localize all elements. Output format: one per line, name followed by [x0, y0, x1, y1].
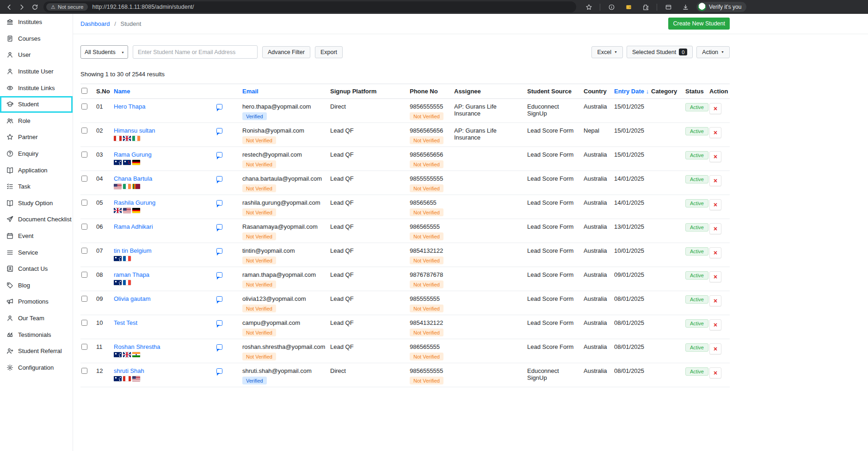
sidebar-item-blog[interactable]: Blog [0, 277, 73, 294]
row-checkbox[interactable] [81, 128, 87, 134]
create-new-student-button[interactable]: Create New Student [668, 18, 730, 30]
delete-button[interactable]: × [709, 367, 721, 378]
country: Australia [584, 295, 607, 302]
row-checkbox[interactable] [81, 152, 87, 158]
sidebar-item-student[interactable]: Student [0, 96, 73, 113]
delete-button[interactable]: × [709, 127, 721, 138]
student-name-link[interactable]: Roshan Shrestha [114, 343, 160, 350]
sidebar-item-role[interactable]: Role [0, 113, 73, 129]
sidebar-item-institutes[interactable]: Institutes [0, 14, 73, 30]
student-name-link[interactable]: Rama Gurung [114, 151, 152, 158]
delete-button[interactable]: × [709, 103, 721, 114]
comment-icon[interactable] [216, 296, 222, 302]
megaphone-icon [6, 298, 14, 305]
sidebar-item-contact-us[interactable]: Contact Us [0, 261, 73, 277]
selected-student-button[interactable]: Selected Student0 [627, 46, 693, 58]
student-name-link[interactable]: tin tin Belgium [114, 247, 152, 254]
student-name-link[interactable]: Himansu sultan [114, 127, 155, 134]
row-sno: 02 [96, 127, 103, 134]
row-checkbox[interactable] [81, 224, 87, 230]
delete-button[interactable]: × [709, 175, 721, 186]
column-header-email[interactable]: Email [242, 84, 330, 99]
delete-button[interactable]: × [709, 319, 721, 330]
student-name-link[interactable]: Olivia gautam [114, 295, 150, 302]
student-name-link[interactable]: Chana Bartula [114, 175, 152, 182]
sidebar-item-study-option[interactable]: Study Option [0, 195, 73, 212]
student-name-link[interactable]: Test Test [114, 319, 137, 326]
address-bar[interactable]: ⚠ Not secure http://192.168.1.11:8085/ad… [43, 1, 576, 12]
sidebar-item-our-team[interactable]: Our Team [0, 310, 73, 327]
row-checkbox[interactable] [81, 104, 87, 110]
bookmark-star-icon[interactable] [583, 1, 595, 12]
student-row: 11Roshan Shrestharoshan.shrestha@yopmail… [80, 339, 730, 363]
comment-icon[interactable] [216, 152, 222, 158]
sidebar-item-courses[interactable]: Courses [0, 30, 73, 47]
extensions-icon[interactable] [640, 1, 652, 12]
tab-groups-icon[interactable] [662, 1, 674, 12]
comment-icon[interactable] [216, 224, 222, 230]
sidebar-item-testimonials[interactable]: Testimonials [0, 326, 73, 343]
student-name-link[interactable]: Hero Thapa [114, 103, 145, 110]
delete-button[interactable]: × [709, 223, 721, 234]
excel-dropdown-button[interactable]: Excel▼ [591, 46, 623, 58]
comment-icon[interactable] [216, 368, 222, 374]
student-name-link[interactable]: shruti Shah [114, 367, 144, 374]
student-name-link[interactable]: Rama Adhikari [114, 223, 153, 230]
row-checkbox[interactable] [81, 368, 87, 374]
student-name-link[interactable]: raman Thapa [114, 271, 149, 278]
sidebar-item-document-checklist[interactable]: Document Checklist [0, 211, 73, 228]
sidebar-item-partner[interactable]: Partner [0, 129, 73, 146]
sidebar-item-task[interactable]: Task [0, 178, 73, 195]
delete-button[interactable]: × [709, 271, 721, 282]
action-dropdown-button[interactable]: Action▼ [696, 46, 730, 58]
comment-icon[interactable] [216, 176, 222, 182]
back-icon[interactable] [3, 1, 15, 12]
select-all-checkbox[interactable] [81, 88, 87, 94]
breadcrumb-dashboard-link[interactable]: Dashboard [80, 20, 110, 27]
comment-icon[interactable] [216, 320, 222, 326]
downloads-icon[interactable] [679, 1, 691, 12]
row-checkbox[interactable] [81, 200, 87, 206]
sidebar-item-user[interactable]: User [0, 47, 73, 63]
info-icon[interactable] [605, 1, 617, 12]
sidebar-item-institute-links[interactable]: Institute Links [0, 79, 73, 96]
student-row: 07tin tin Belgiumtintin@yopmail.comNot V… [80, 243, 730, 267]
column-header-entry-date[interactable]: Entry Date ↓ [614, 84, 651, 99]
column-header-name[interactable]: Name [114, 84, 216, 99]
delete-button[interactable]: × [709, 343, 721, 354]
export-button[interactable]: Export [315, 46, 343, 58]
student-name-link[interactable]: Rashila Gurung [114, 199, 155, 206]
security-badge[interactable]: ⚠ Not secure [46, 3, 88, 11]
sidebar-item-institute-user[interactable]: Institute User [0, 63, 73, 80]
sidebar-item-enquiry[interactable]: Enquiry [0, 146, 73, 162]
row-checkbox[interactable] [81, 272, 87, 278]
sidebar-item-event[interactable]: Event [0, 228, 73, 244]
row-checkbox[interactable] [81, 296, 87, 302]
forward-icon[interactable] [16, 1, 28, 12]
sidebar-item-promotions[interactable]: Promotions [0, 293, 73, 310]
delete-button[interactable]: × [709, 199, 721, 210]
row-checkbox[interactable] [81, 344, 87, 350]
comment-icon[interactable] [216, 128, 222, 134]
comment-icon[interactable] [216, 272, 222, 278]
sidebar-item-application[interactable]: Application [0, 162, 73, 178]
wallet-icon[interactable] [622, 1, 634, 12]
student-filter-select[interactable]: All Students [80, 45, 128, 59]
comment-icon[interactable] [216, 200, 222, 206]
row-checkbox[interactable] [81, 176, 87, 182]
sidebar-item-student-referral[interactable]: Student Referral [0, 343, 73, 360]
comment-icon[interactable] [216, 344, 222, 350]
sidebar-item-configuration[interactable]: Configuration [0, 359, 73, 376]
delete-button[interactable]: × [709, 247, 721, 258]
student-search-input[interactable] [133, 45, 258, 59]
delete-button[interactable]: × [709, 295, 721, 306]
reload-icon[interactable] [29, 1, 41, 12]
delete-button[interactable]: × [709, 151, 721, 162]
advance-filter-button[interactable]: Advance Filter [262, 46, 310, 58]
comment-icon[interactable] [216, 104, 222, 110]
row-checkbox[interactable] [81, 320, 87, 326]
profile-button[interactable]: Verify it's you [696, 2, 746, 12]
sidebar-item-service[interactable]: Service [0, 244, 73, 261]
row-checkbox[interactable] [81, 248, 87, 254]
comment-icon[interactable] [216, 248, 222, 254]
